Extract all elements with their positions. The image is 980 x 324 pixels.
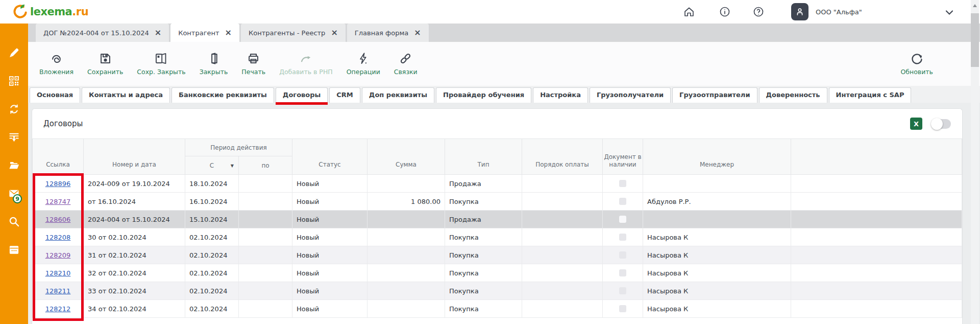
col-header-link[interactable]: Ссылка — [33, 139, 84, 175]
close-tab-icon[interactable]: × — [331, 29, 337, 37]
contract-link[interactable]: 128211 — [45, 287, 71, 295]
contract-link[interactable]: 128896 — [45, 180, 71, 188]
col-header-doc[interactable]: Документ в наличии — [603, 139, 643, 175]
close-button[interactable]: Закрыть — [200, 52, 228, 76]
close-tab-icon[interactable]: × — [225, 29, 232, 37]
subtab-nastroyka[interactable]: Настройка — [533, 87, 588, 103]
folder-icon[interactable] — [8, 159, 20, 171]
subtab-crm[interactable]: CRM — [329, 87, 360, 103]
subtab-osnovnaya[interactable]: Основная — [30, 87, 80, 103]
table-row[interactable]: 12820931 от 02.10.202402.10.2024НовыйПок… — [33, 246, 962, 264]
col-header-type[interactable]: Тип — [445, 139, 522, 175]
subtab-gruzootpraviteli[interactable]: Грузоотправители — [672, 87, 757, 103]
doc-checkbox[interactable] — [619, 216, 626, 223]
doc-checkbox[interactable] — [619, 287, 626, 294]
info-icon[interactable] — [719, 6, 731, 18]
tab-dog-2024-004[interactable]: ДОГ №2024-004 от 15.10.2024× — [36, 24, 169, 42]
subtab-provayder[interactable]: Провайдер обучения — [436, 87, 531, 103]
table-row[interactable]: 12821133 от 02.10.202402.10.2024НовыйПок… — [33, 282, 962, 300]
table-cell: Насырова К — [643, 282, 791, 300]
col-header-payment[interactable]: Порядок оплаты — [522, 139, 603, 175]
attachments-button[interactable]: Вложения — [39, 52, 74, 76]
contract-link[interactable]: 128606 — [45, 216, 71, 223]
col-header-from[interactable]: С▼ — [185, 156, 239, 175]
col-header-manager[interactable]: Менеджер — [643, 139, 791, 175]
user-avatar[interactable] — [791, 3, 808, 20]
qr-code-icon[interactable] — [8, 75, 20, 87]
table-cell: 02.10.2024 — [185, 282, 239, 300]
subtab-label: Грузополучатели — [597, 91, 664, 99]
scroll-up-icon[interactable] — [973, 4, 977, 7]
doc-checkbox[interactable] — [619, 180, 626, 187]
doc-checkbox[interactable] — [619, 305, 626, 312]
contract-link[interactable]: 128209 — [45, 251, 71, 259]
table-cell — [603, 264, 643, 282]
table-cell — [603, 193, 643, 211]
contract-link[interactable]: 128747 — [45, 198, 71, 205]
mail-icon[interactable]: 9 — [8, 188, 20, 199]
toggle-switch[interactable] — [932, 119, 951, 129]
panel-title: Договоры — [43, 119, 83, 128]
table-cell — [239, 211, 292, 228]
col-header-to[interactable]: по — [239, 156, 292, 175]
table-row[interactable]: 128747от 16.10.202416.10.2024Новый1 080.… — [33, 193, 962, 211]
button-label: Операции — [347, 68, 380, 76]
tab-kontragent[interactable]: Контрагент× — [170, 24, 239, 42]
table-row[interactable]: 1286062024-004 от 15.10.202415.10.2024Но… — [33, 211, 962, 228]
paperclip-icon — [50, 52, 63, 65]
organization-name[interactable]: ООО "Альфа" — [816, 8, 862, 16]
search-icon[interactable] — [8, 216, 20, 227]
print-button[interactable]: Печать — [241, 52, 265, 76]
links-button[interactable]: Связки — [394, 52, 418, 76]
col-header-number[interactable]: Номер и дата — [84, 139, 185, 175]
vertical-scrollbar[interactable] — [971, 0, 979, 324]
doc-checkbox[interactable] — [619, 269, 626, 276]
subtab-doverennost[interactable]: Доверенность — [759, 87, 827, 103]
table-row[interactable]: 12821032 от 02.10.202402.10.2024НовыйПок… — [33, 264, 962, 282]
contract-link[interactable]: 128212 — [45, 305, 71, 313]
subtab-bankovskie[interactable]: Банковские реквизиты — [172, 87, 274, 103]
subtab-label: Грузоотправители — [679, 91, 750, 99]
close-tab-icon[interactable]: × — [155, 29, 161, 37]
subtab-integratsiya-sap[interactable]: Интеграция с SAP — [829, 87, 912, 103]
close-tab-icon[interactable]: × — [414, 29, 421, 37]
chevron-down-icon[interactable] — [943, 6, 955, 18]
subtab-label: Основная — [37, 91, 73, 99]
tasks-download-icon[interactable] — [8, 131, 20, 143]
tab-glavnaya-forma[interactable]: Главная форма× — [347, 24, 429, 42]
pencil-icon[interactable] — [8, 47, 20, 59]
table-row[interactable]: 12820830 от 02.10.202402.10.2024НовыйПок… — [33, 228, 962, 246]
subtab-dop-rekvizity[interactable]: Доп реквизиты — [362, 87, 434, 103]
refresh-button[interactable]: Обновить — [900, 52, 933, 76]
help-icon[interactable] — [752, 6, 765, 18]
calendar-icon[interactable] — [8, 244, 20, 256]
doc-checkbox[interactable] — [619, 251, 626, 259]
sync-icon[interactable] — [8, 103, 20, 115]
doc-checkbox[interactable] — [619, 198, 626, 205]
subtab-dogovory[interactable]: Договоры — [276, 87, 328, 103]
subtab-label: Банковские реквизиты — [179, 91, 267, 99]
tab-kontragenty-reestr[interactable]: Контрагенты - Реестр× — [241, 24, 346, 42]
scrollbar-thumb[interactable] — [971, 13, 979, 67]
home-icon[interactable] — [683, 6, 695, 18]
save-close-button[interactable]: Сохр. Закрыть — [137, 52, 185, 76]
table-cell — [368, 246, 445, 264]
subtab-gruzopoluchateli[interactable]: Грузополучатели — [590, 87, 671, 103]
col-header-status[interactable]: Статус — [292, 139, 368, 175]
operations-button[interactable]: Операции — [347, 52, 380, 76]
table-row[interactable]: 12821234 от 02.10.202402.10.2024НовыйПок… — [33, 300, 962, 318]
table-cell: 02.10.2024 — [185, 300, 239, 318]
table-cell: 02.10.2024 — [185, 264, 239, 282]
sort-desc-icon[interactable]: ▼ — [231, 164, 234, 168]
brand-name: lexema — [30, 6, 72, 18]
col-header-filler — [791, 139, 962, 175]
table-row[interactable]: 1288962024-009 от 19.10.202418.10.2024Но… — [33, 175, 962, 193]
subtab-kontakty[interactable]: Контакты и адреса — [82, 87, 170, 103]
col-header-sum[interactable]: Сумма — [368, 139, 445, 175]
doc-checkbox[interactable] — [619, 234, 626, 241]
excel-export-button[interactable]: X — [910, 118, 922, 130]
lexema-logo[interactable]: lexema.ru — [12, 4, 88, 19]
contract-link[interactable]: 128208 — [45, 234, 71, 241]
save-button[interactable]: Сохранить — [87, 52, 123, 76]
contract-link[interactable]: 128210 — [45, 269, 71, 277]
